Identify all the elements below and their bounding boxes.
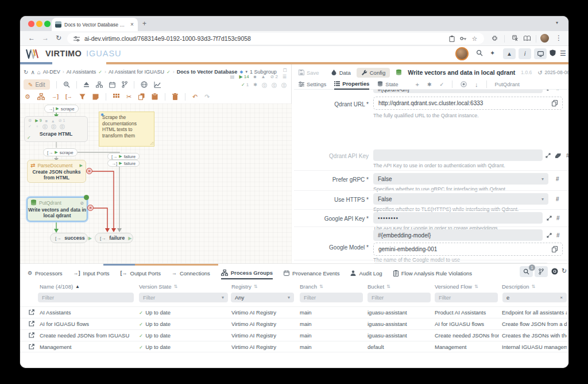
column-header-bucket[interactable]: Bucket⇅ <box>368 283 390 290</box>
search-icon[interactable] <box>476 49 483 56</box>
table-row[interactable]: AI Assistants ✓Up to date Virtimo AI Reg… <box>20 306 568 318</box>
version-state-filter-select[interactable]: Filter▾ <box>139 293 228 302</box>
connection-label[interactable]: →]▶scrape <box>44 105 79 113</box>
tab-audit-log[interactable]: Audit Log <box>350 267 382 279</box>
browser-menu-icon[interactable]: ⋮ <box>555 34 562 42</box>
back-icon[interactable]: ← <box>28 34 35 42</box>
branch-filter-input[interactable]: Filter <box>300 293 363 302</box>
connection-label[interactable]: [→▶scrape <box>43 148 78 156</box>
table-row[interactable]: Create needed JSONs from IGUASU ✓Up to d… <box>20 329 568 341</box>
tab-flow-analysis-rule-violations[interactable]: Flow Analysis Rule Violations <box>393 267 472 279</box>
qdrant-api-key-input[interactable] <box>373 149 543 161</box>
use-https-select[interactable]: False▾ <box>373 193 548 205</box>
chevron-up-icon[interactable]: ∧ <box>30 69 34 75</box>
breadcrumb-item[interactable]: AI-DEV <box>43 69 60 75</box>
reading-list-icon[interactable] <box>523 34 531 42</box>
process-group-node-scrape-html[interactable]: ⚙ ▶ 9 ■ ▲ ⊘ 1 ✓＋ 0 0 0 Scrape HTML ✓ <box>24 116 88 142</box>
column-header-versioned-flow[interactable]: Versioned Flow⇅ <box>435 283 478 290</box>
translate-icon[interactable] <box>512 34 519 42</box>
browser-tab[interactable]: Docs to Vector Database @ a × <box>52 18 138 31</box>
breadcrumb-item[interactable]: AI Assistants <box>67 69 96 75</box>
minimize-window-button[interactable] <box>36 21 42 27</box>
tab-provenance-events[interactable]: Provenance Events <box>284 267 339 279</box>
tab-process-groups[interactable]: Process Groups <box>221 267 273 279</box>
google-model-variable-input[interactable]: #{embedding-model} <box>373 229 543 241</box>
column-header-name[interactable]: Name (4/108)▲ <box>40 283 80 290</box>
versioned-flow-filter-input[interactable]: Filter <box>435 293 498 302</box>
input-port-icon[interactable]: →] <box>52 94 59 99</box>
paste-icon[interactable] <box>152 93 158 100</box>
close-window-button[interactable] <box>28 21 34 27</box>
zoom-window-button[interactable] <box>44 21 51 27</box>
copy-icon[interactable] <box>138 93 145 100</box>
save-button[interactable]: Save <box>299 70 319 76</box>
tab-properties[interactable]: Properties <box>334 79 369 90</box>
password-key-icon[interactable] <box>459 35 467 43</box>
last-modified[interactable]: ↺2025-08-06 by mp <box>537 70 568 76</box>
open-flow-icon[interactable] <box>29 344 34 350</box>
shield-icon[interactable] <box>550 49 556 56</box>
new-tab-button[interactable]: + <box>142 20 146 28</box>
site-settings-icon[interactable] <box>73 35 80 43</box>
refresh-icon[interactable]: ↻ <box>562 267 567 275</box>
tab-list-chevron-icon[interactable]: ▾ <box>556 20 558 25</box>
name-filter-input[interactable]: Filter <box>38 293 134 302</box>
table-branch-button[interactable] <box>535 266 548 277</box>
asterisk-icon[interactable]: ✱ <box>427 82 432 87</box>
open-flow-icon[interactable] <box>29 332 34 338</box>
globe-icon[interactable] <box>141 81 148 88</box>
template-grid-icon[interactable] <box>113 94 119 100</box>
tab-state[interactable]: State <box>377 79 398 90</box>
tab-processors[interactable]: ⚙Processors <box>28 267 63 279</box>
add-property-icon[interactable]: + <box>416 81 419 88</box>
alerts-button[interactable]: ▲ <box>503 48 516 59</box>
tab-settings[interactable]: Settings <box>299 79 326 90</box>
open-flow-icon[interactable] <box>29 321 34 327</box>
google-api-key-input[interactable]: •••••••• <box>373 212 543 224</box>
qdrant-url-variable-input[interactable]: #{qdrant-url} <box>373 90 543 93</box>
bucket-filter-input[interactable]: Filter <box>368 293 431 302</box>
breadcrumb-current[interactable]: Docs to Vector Database <box>177 69 238 75</box>
label-note-icon[interactable] <box>92 94 99 100</box>
selection-handle[interactable] <box>84 195 89 200</box>
breadcrumb-item[interactable]: AI Assistant for IGUASU <box>109 69 164 75</box>
tab-connections[interactable]: →Connections <box>172 267 210 279</box>
output-port-success[interactable]: [→success▶ <box>50 233 88 243</box>
copy-icon[interactable] <box>552 100 558 106</box>
metrics-chart-icon[interactable] <box>154 82 161 88</box>
monitor-button[interactable] <box>534 48 547 59</box>
reload-icon[interactable]: ↻ <box>56 34 61 42</box>
flow-canvas[interactable]: →]▶scrape [→▶scrape [→▶failure →]▶failur… <box>20 103 292 263</box>
edit-mode-button[interactable]: ✎ Edit <box>24 79 50 90</box>
clipboard-icon[interactable] <box>448 35 455 43</box>
status-circle-icon[interactable] <box>551 268 558 275</box>
config-button[interactable]: Config <box>357 68 390 78</box>
branch-icon[interactable] <box>122 81 127 88</box>
info-button[interactable]: i <box>519 48 531 59</box>
output-port-icon[interactable]: [→ <box>65 94 72 99</box>
column-header-description[interactable]: Description⇅ <box>502 283 535 290</box>
column-header-version-state[interactable]: Version State⇅ <box>139 283 177 290</box>
output-port-failure[interactable]: [→failure▶ <box>95 233 133 243</box>
zoom-search-icon[interactable] <box>63 81 70 88</box>
table-row[interactable]: AI for IGUASU flows ✓Up to date Virtimo … <box>20 318 568 329</box>
resize-handle[interactable]: ◿ <box>150 141 153 146</box>
funnel-icon[interactable] <box>79 94 86 100</box>
trash-icon[interactable] <box>172 93 178 100</box>
cut-icon[interactable]: ✂ <box>126 93 131 101</box>
gear-icon[interactable]: ⚙ <box>25 93 30 101</box>
processor-node-put-qdrant[interactable]: PutQdrant ⊘ Write vectors and data in lo… <box>27 197 87 221</box>
data-button[interactable]: Data <box>331 70 351 76</box>
hierarchy-icon[interactable] <box>96 82 103 88</box>
home-icon[interactable]: ⌂ <box>37 69 41 75</box>
copy-icon[interactable] <box>552 246 558 252</box>
extensions-icon[interactable] <box>491 34 498 42</box>
ai-sparkle-icon[interactable]: ✦ <box>490 49 495 57</box>
open-flow-icon[interactable] <box>29 309 34 315</box>
description-filter-input[interactable]: e× <box>502 293 567 302</box>
calendar-icon[interactable] <box>109 82 115 88</box>
clear-filter-icon[interactable]: × <box>560 295 563 300</box>
tab-close-icon[interactable]: × <box>130 21 134 28</box>
browser-profile-avatar[interactable] <box>540 34 549 43</box>
registry-filter-select[interactable]: Any▾ <box>231 293 294 302</box>
